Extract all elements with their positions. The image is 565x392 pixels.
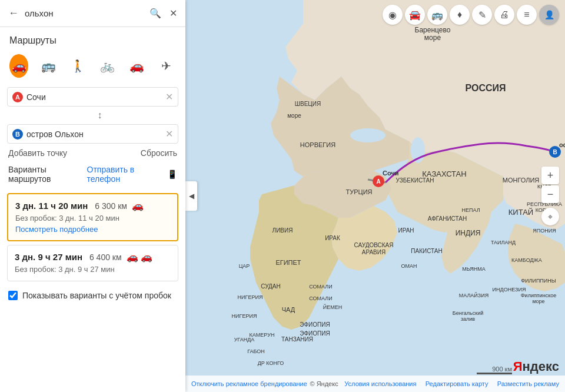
parking-tool-button[interactable]: 🚘: [405, 5, 425, 25]
svg-text:Бенгальский: Бенгальский: [453, 310, 483, 316]
svg-text:ТУРЦИЯ: ТУРЦИЯ: [345, 188, 372, 195]
compass-button[interactable]: ⌖: [541, 208, 559, 225]
route-inputs: A ✕ ↕ B ✕: [0, 84, 185, 145]
svg-text:УЗБЕКИСТАН: УЗБЕКИСТАН: [396, 177, 434, 184]
search-input[interactable]: [25, 8, 144, 18]
satellite-tool-button[interactable]: ♦: [450, 5, 470, 25]
zoom-out-button[interactable]: −: [541, 185, 559, 203]
svg-text:Филиппинское: Филиппинское: [521, 293, 556, 298]
svg-text:ЛИВИЯ: ЛИВИЯ: [272, 227, 293, 234]
svg-text:САУДОВСКАЯ: САУДОВСКАЯ: [354, 242, 394, 248]
search-icon[interactable]: 🔍: [147, 5, 164, 21]
route-card-1-header: 3 дн. 11 ч 20 мин 6 300 км 🚗: [15, 200, 170, 211]
svg-point-2: [350, 128, 385, 142]
svg-text:море: море: [424, 34, 441, 42]
collapse-sidebar-button[interactable]: ◀: [185, 181, 197, 211]
search-bar: ← 🔍 ✕: [0, 0, 185, 27]
reset-button[interactable]: Сбросить: [141, 148, 177, 158]
transit-tool-button[interactable]: 🚌: [427, 5, 447, 25]
route-2-duration: 3 дн. 9 ч 27 мин: [15, 252, 82, 262]
traffic-toggle: Показывать варианты с учётом пробок: [0, 285, 185, 306]
route-1-duration: 3 дн. 11 ч 20 мин: [15, 201, 88, 211]
svg-text:ЭФИОПИЯ: ЭФИОПИЯ: [300, 330, 330, 337]
route-input-b: B ✕: [7, 124, 178, 144]
separator-1: [419, 380, 423, 387]
svg-text:ШВЕЦИЯ: ШВЕЦИЯ: [295, 101, 321, 107]
yandex-logo-suffix: ндекс: [523, 359, 559, 374]
back-button[interactable]: ←: [6, 5, 21, 22]
transport-mode-plane[interactable]: ✈: [157, 54, 176, 78]
svg-text:НИГЕРИЯ: НИГЕРИЯ: [238, 294, 263, 300]
swap-button[interactable]: ↕: [7, 109, 178, 122]
menu-tool-button[interactable]: ≡: [517, 5, 537, 25]
yandex-logo: Яндекс: [513, 359, 559, 374]
svg-text:ОМАН: ОМАН: [401, 263, 417, 269]
svg-text:A: A: [376, 178, 380, 185]
svg-text:залив: залив: [461, 316, 475, 322]
print-tool-button[interactable]: 🖨: [494, 5, 514, 25]
route-1-icons: 🚗: [132, 200, 144, 211]
transport-mode-walk[interactable]: 🚶: [68, 54, 87, 78]
route-2-no-traffic: Без пробок: 3 дн. 9 ч 27 мин: [15, 265, 171, 274]
svg-text:B: B: [553, 149, 557, 155]
send-to-phone-label: Отправить в телефон: [87, 165, 165, 184]
map[interactable]: Баренцево море море РОССИЯ КАЗАХСТАН МОН…: [185, 0, 565, 392]
destination-input[interactable]: [26, 129, 162, 139]
svg-text:ТАИЛАНД: ТАИЛАНД: [491, 240, 516, 245]
zoom-in-button[interactable]: +: [541, 167, 559, 184]
phone-icon: 📱: [167, 170, 177, 179]
svg-text:ИРАК: ИРАК: [325, 235, 340, 241]
traffic-checkbox[interactable]: [8, 291, 18, 300]
svg-text:ЯПОНИЯ: ЯПОНИЯ: [533, 228, 556, 234]
route-input-a: A ✕: [7, 87, 178, 107]
edit-map-link[interactable]: Редактировать карту: [426, 380, 488, 387]
profile-button[interactable]: 👤: [539, 5, 559, 25]
svg-text:МОНГОЛИЯ: МОНГОЛИЯ: [503, 177, 540, 184]
svg-text:МАЛАЙЗИЯ: МАЛАЙЗИЯ: [459, 292, 488, 298]
separator-2: [491, 380, 494, 387]
transport-mode-transit[interactable]: 🚌: [39, 54, 58, 78]
svg-text:УГАНДА: УГАНДА: [234, 337, 255, 343]
svg-text:ЦАР: ЦАР: [239, 263, 250, 269]
route-meta: Варианты маршрутов Отправить в телефон 📱: [0, 162, 185, 190]
place-ads-link[interactable]: Разместить рекламу: [497, 380, 559, 387]
origin-input[interactable]: [26, 92, 162, 102]
map-bottom-bar: Отключить рекламное брендирование © Янде…: [185, 376, 565, 392]
route-1-details-link[interactable]: Посмотреть подробнее: [15, 225, 98, 234]
clear-origin-button[interactable]: ✕: [165, 91, 173, 102]
svg-text:НОРВЕГИЯ: НОРВЕГИЯ: [300, 141, 335, 148]
route-card-2[interactable]: 3 дн. 9 ч 27 мин 6 400 км 🚗 🚗 Без пробок…: [7, 245, 178, 281]
transport-mode-car[interactable]: 🚗: [9, 54, 28, 78]
routes-label: Маршруты: [0, 27, 185, 52]
layers-tool-button[interactable]: ◉: [383, 5, 403, 25]
transport-mode-bike[interactable]: 🚲: [98, 54, 117, 78]
sidebar: ← 🔍 ✕ Маршруты 🚗 🚌 🚶 🚲 🚗 ✈ A ✕ ↕ B ✕ Доб…: [0, 0, 185, 392]
svg-text:АФГАНИСТАН: АФГАНИСТАН: [428, 215, 467, 222]
svg-text:ГАБОН: ГАБОН: [247, 348, 265, 354]
route-options: 3 дн. 11 ч 20 мин 6 300 км 🚗 Без пробок:…: [0, 190, 185, 392]
route-actions: Добавить точку Сбросить: [0, 145, 185, 162]
svg-text:НЕПАЛ: НЕПАЛ: [461, 207, 480, 213]
svg-text:море: море: [287, 112, 301, 119]
disable-ads-link[interactable]: Отключить рекламное брендирование: [191, 380, 307, 387]
scale-bar: 900 км: [477, 366, 512, 374]
route-2-icons: 🚗 🚗: [127, 251, 152, 263]
svg-text:НИГЕРИЯ: НИГЕРИЯ: [232, 313, 257, 319]
transport-mode-scooter[interactable]: 🚗: [128, 54, 147, 78]
svg-text:РОССИЯ: РОССИЯ: [465, 83, 506, 93]
svg-text:ТАНЗАНИЯ: ТАНЗАНИЯ: [281, 336, 313, 343]
terms-link[interactable]: Условия использования: [344, 380, 416, 387]
close-icon[interactable]: ✕: [167, 5, 180, 21]
send-to-phone-button[interactable]: Отправить в телефон 📱: [87, 165, 177, 184]
zoom-controls: + − ⌖: [541, 167, 559, 225]
draw-tool-button[interactable]: ✎: [472, 5, 492, 25]
svg-text:море: море: [532, 298, 544, 304]
map-toolbar: ◉ 🚘 🚌 ♦ ✎ 🖨 ≡ 👤: [185, 0, 565, 29]
yandex-logo-text: Я: [513, 359, 523, 374]
route-card-1[interactable]: 3 дн. 11 ч 20 мин 6 300 км 🚗 Без пробок:…: [7, 193, 178, 241]
add-point-button[interactable]: Добавить точку: [8, 148, 67, 158]
svg-text:СОМАЛИ: СОМАЛИ: [309, 295, 332, 301]
clear-destination-button[interactable]: ✕: [165, 128, 173, 139]
svg-text:ДР КОНГО: ДР КОНГО: [258, 360, 284, 366]
svg-text:АРАВИЯ: АРАВИЯ: [362, 249, 385, 255]
